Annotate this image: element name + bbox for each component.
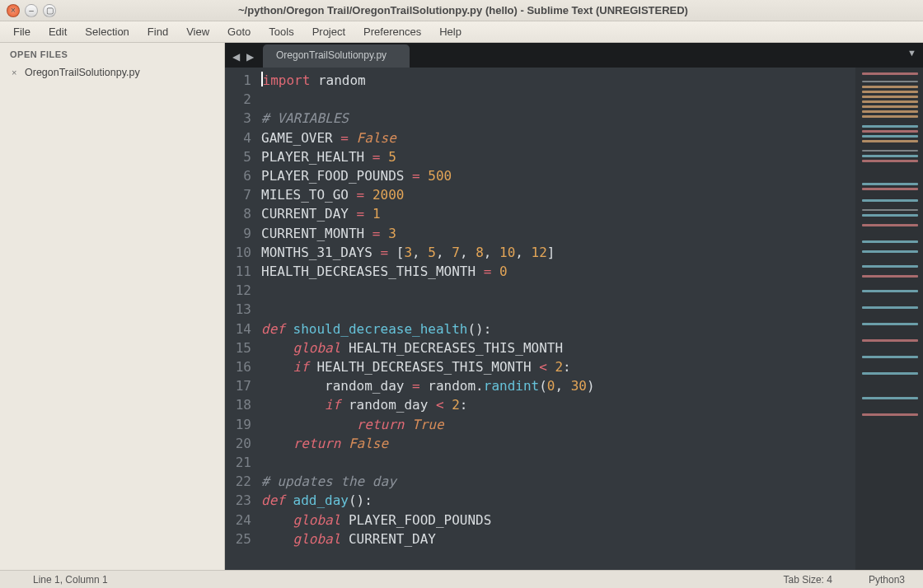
open-file-label: OregonTrailSolutionpy.py [25, 67, 140, 78]
maximize-icon: ▢ [46, 7, 54, 15]
menu-find[interactable]: Find [139, 23, 176, 40]
status-syntax[interactable]: Python3 [850, 574, 923, 586]
line-number: 18 [228, 395, 251, 414]
code-line: PLAYER_FOOD_POUNDS = 500 [261, 166, 855, 185]
status-tab-size[interactable]: Tab Size: 4 [766, 574, 850, 586]
minimize-icon: – [29, 7, 34, 15]
menu-view[interactable]: View [178, 23, 218, 40]
code-line: CURRENT_MONTH = 3 [261, 224, 855, 243]
minimap-line [862, 160, 918, 162]
minimap-line [862, 240, 918, 243]
window-maximize-button[interactable]: ▢ [43, 4, 56, 17]
minimap-line [862, 150, 918, 152]
minimap-line [862, 155, 918, 157]
minimap[interactable] [855, 68, 923, 570]
tab-history-forward-icon[interactable]: ▶ [244, 49, 256, 64]
code-line: if HEALTH_DECREASES_THIS_MONTH < 2: [261, 357, 855, 376]
menu-tools[interactable]: Tools [260, 23, 302, 40]
minimap-line [862, 323, 918, 325]
code-line: global HEALTH_DECREASES_THIS_MONTH [261, 338, 855, 357]
minimap-line [862, 96, 918, 98]
line-number: 2 [228, 90, 251, 109]
code-line: GAME_OVER = False [261, 128, 855, 147]
sidebar-open-files-header: OPEN FILES [0, 43, 224, 64]
line-number: 1 [228, 71, 251, 90]
line-number: 10 [228, 243, 251, 262]
tab-active[interactable]: OregonTrailSolutionpy.py [263, 44, 410, 68]
line-number: 25 [228, 530, 251, 548]
code-line: return True [261, 415, 855, 434]
menu-help[interactable]: Help [431, 23, 470, 40]
code-line: CURRENT_DAY = 1 [261, 204, 855, 223]
code-line [261, 281, 855, 300]
line-number: 19 [228, 415, 251, 434]
minimap-line [862, 250, 918, 253]
minimap-line [862, 125, 918, 128]
code-line: global CURRENT_DAY [261, 530, 855, 548]
code-line: import random [261, 71, 855, 90]
code-line: # VARIABLES [261, 109, 855, 128]
window-titlebar: × – ▢ ~/python/Oregon Trail/OregonTrailS… [0, 0, 923, 21]
code-line: if random_day < 2: [261, 395, 855, 414]
line-number: 17 [228, 376, 251, 395]
editor-body: 1234567891011121314151617181920212223242… [225, 68, 923, 570]
close-icon: × [11, 7, 16, 15]
code-line: MONTHS_31_DAYS = [3, 5, 7, 8, 10, 12] [261, 243, 855, 262]
line-number: 20 [228, 434, 251, 453]
sidebar: OPEN FILES ×OregonTrailSolutionpy.py [0, 43, 225, 570]
code-line: # updates the day [261, 472, 855, 491]
open-file-item[interactable]: ×OregonTrailSolutionpy.py [0, 64, 224, 81]
line-number: 7 [228, 185, 251, 204]
code-editor[interactable]: import random # VARIABLESGAME_OVER = Fal… [258, 68, 855, 570]
line-number: 11 [228, 262, 251, 281]
minimap-line [862, 183, 918, 185]
line-number: 22 [228, 472, 251, 491]
code-line: def should_decrease_health(): [261, 320, 855, 338]
line-number: 3 [228, 109, 251, 128]
tab-label: OregonTrailSolutionpy.py [276, 49, 387, 61]
code-line: return False [261, 434, 855, 453]
minimap-line [862, 339, 918, 342]
minimap-line [862, 140, 918, 142]
code-line: MILES_TO_GO = 2000 [261, 185, 855, 204]
tab-list-dropdown-icon[interactable]: ▼ [907, 48, 916, 58]
minimap-line [862, 81, 918, 82]
minimap-line [862, 306, 918, 309]
line-number: 21 [228, 453, 251, 472]
minimap-line [862, 199, 918, 202]
line-number-gutter: 1234567891011121314151617181920212223242… [225, 68, 258, 570]
menu-goto[interactable]: Goto [219, 23, 259, 40]
code-line: HEALTH_DECREASES_THIS_MONTH = 0 [261, 262, 855, 281]
menu-project[interactable]: Project [304, 23, 354, 40]
minimap-line [862, 72, 918, 75]
menu-file[interactable]: File [5, 23, 39, 40]
line-number: 24 [228, 511, 251, 530]
close-file-icon[interactable]: × [12, 68, 20, 77]
status-bar: Line 1, Column 1 Tab Size: 4 Python3 [0, 570, 923, 588]
window-minimize-button[interactable]: – [25, 4, 38, 17]
minimap-line [862, 135, 918, 138]
code-line [261, 90, 855, 109]
window-close-button[interactable]: × [7, 4, 20, 17]
window-controls: × – ▢ [0, 4, 63, 17]
line-number: 6 [228, 166, 251, 185]
status-position[interactable]: Line 1, Column 1 [0, 574, 108, 586]
line-number: 5 [228, 147, 251, 166]
menu-preferences[interactable]: Preferences [355, 23, 429, 40]
main-area: OPEN FILES ×OregonTrailSolutionpy.py ◀ ▶… [0, 43, 923, 570]
line-number: 14 [228, 320, 251, 338]
line-number: 8 [228, 204, 251, 223]
minimap-line [862, 275, 918, 278]
tab-history-back-icon[interactable]: ◀ [230, 49, 242, 64]
minimap-line [862, 372, 918, 375]
minimap-line [862, 224, 918, 226]
code-line: random_day = random.randint(0, 30) [261, 376, 855, 395]
editor-area: ◀ ▶ OregonTrailSolutionpy.py ▼ 123456789… [225, 43, 923, 570]
line-number: 9 [228, 224, 251, 243]
window-title: ~/python/Oregon Trail/OregonTrailSolutio… [63, 4, 864, 16]
menu-edit[interactable]: Edit [40, 23, 75, 40]
menu-selection[interactable]: Selection [77, 23, 137, 40]
minimap-line [862, 115, 918, 118]
menu-bar: FileEditSelectionFindViewGotoToolsProjec… [0, 21, 923, 43]
line-number: 13 [228, 300, 251, 319]
